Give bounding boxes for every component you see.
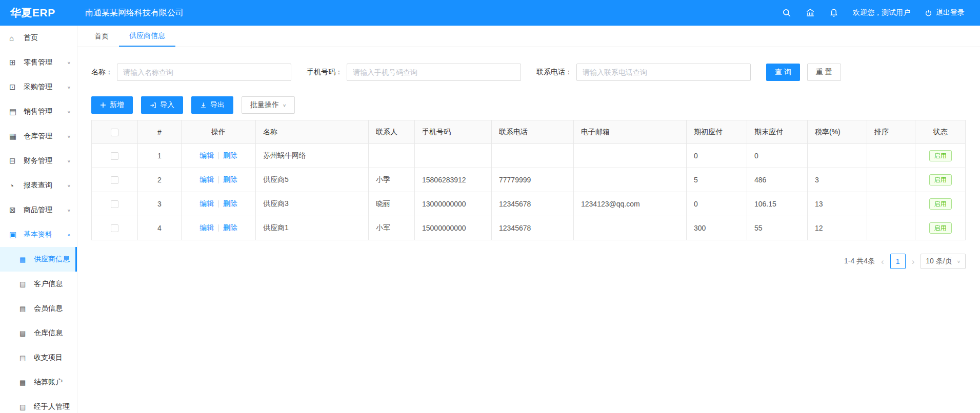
telephone-label: 联系电话： <box>536 68 572 77</box>
sidebar-item-home[interactable]: ⌂ 首页 <box>0 26 77 50</box>
column-header-opening-payable: 期初应付 <box>687 120 747 144</box>
row-checkbox[interactable] <box>111 200 118 208</box>
delete-link[interactable]: 删除 <box>223 151 237 159</box>
tab-bar: 首页 供应商信息 <box>77 26 980 47</box>
sidebar-item-basic-data[interactable]: ▣ 基本资料 ∧ <box>0 222 77 247</box>
home-icon: ⌂ <box>9 34 19 43</box>
supplier-name: 供应商1 <box>256 216 369 240</box>
company-building-icon[interactable] <box>806 8 815 17</box>
document-icon: ▤ <box>19 256 29 263</box>
opening-payable: 0 <box>687 192 747 216</box>
app-header: 华夏ERP 南通某某网络科技有限公司 欢迎您，测试用户 退出登录 <box>0 0 980 26</box>
sidebar-item-member-info[interactable]: ▤ 会员信息 <box>0 296 77 321</box>
status-badge[interactable]: 启用 <box>929 222 952 234</box>
export-button[interactable]: 导出 <box>191 96 233 114</box>
filter-name: 名称： <box>91 64 291 81</box>
table-row: 2 编辑|删除 供应商5 小季 15806283912 77779999 5 4… <box>92 168 966 192</box>
content: 名称： 手机号码： 联系电话： 查 询 重 置 新增 <box>77 64 980 269</box>
add-label: 新增 <box>110 100 124 110</box>
page-size-select[interactable]: 10 条/页 ∨ <box>921 254 966 269</box>
edit-link[interactable]: 编辑 <box>199 175 214 183</box>
sidebar-item-customer-info[interactable]: ▤ 客户信息 <box>0 272 77 296</box>
row-index: 2 <box>138 168 182 192</box>
delete-link[interactable]: 删除 <box>223 223 237 232</box>
select-all-checkbox[interactable] <box>111 129 118 136</box>
edit-link[interactable]: 编辑 <box>199 223 214 232</box>
sidebar-item-warehouse-info[interactable]: ▤ 仓库信息 <box>0 321 77 345</box>
telephone: 12345678 <box>492 192 574 216</box>
export-icon <box>200 102 207 109</box>
current-page-button[interactable]: 1 <box>890 254 906 269</box>
search-button[interactable]: 查 询 <box>766 64 800 81</box>
pagination-total: 1-4 共4条 <box>844 257 875 266</box>
sidebar-item-income-expense[interactable]: ▤ 收支项目 <box>0 345 77 370</box>
basic-data-icon: ▣ <box>9 230 19 239</box>
import-label: 导入 <box>160 100 174 110</box>
sidebar-item-handler-management[interactable]: ▤ 经手人管理 <box>0 395 77 413</box>
import-button[interactable]: 导入 <box>141 96 183 114</box>
email <box>574 144 687 168</box>
sort-value <box>867 168 915 192</box>
document-icon: ▤ <box>19 403 29 411</box>
batch-operation-dropdown[interactable]: 批量操作 ∨ <box>242 96 295 114</box>
add-button[interactable]: 新增 <box>91 96 133 114</box>
main-area: 首页 供应商信息 名称： 手机号码： 联系电话： 查 询 重 置 <box>77 26 980 413</box>
sidebar-item-warehouse[interactable]: ▦ 仓库管理 ∨ <box>0 124 77 149</box>
telephone-input[interactable] <box>576 64 751 81</box>
welcome-text: 欢迎您，测试用户 <box>853 8 910 17</box>
sidebar-item-report[interactable]: ◔ 报表查询 ∨ <box>0 173 77 198</box>
closing-payable: 55 <box>747 216 808 240</box>
sidebar-item-purchase[interactable]: ⊡ 采购管理 ∨ <box>0 75 77 99</box>
row-checkbox[interactable] <box>111 152 118 160</box>
logout-button[interactable]: 退出登录 <box>925 8 965 17</box>
header-actions: 欢迎您，测试用户 退出登录 <box>782 8 980 17</box>
row-checkbox[interactable] <box>111 176 118 184</box>
contact-person: 晓丽 <box>369 192 415 216</box>
mobile-number: 15000000000 <box>415 216 492 240</box>
status-badge[interactable]: 启用 <box>929 150 952 161</box>
status-badge[interactable]: 启用 <box>929 198 952 210</box>
prev-page-icon[interactable]: ‹ <box>880 257 885 266</box>
telephone: 77779999 <box>492 168 574 192</box>
sidebar: ⌂ 首页 ⊞ 零售管理 ∨ ⊡ 采购管理 ∨ ▤ 销售管理 ∨ ▦ 仓库管理 ∨… <box>0 26 77 413</box>
name-input[interactable] <box>117 64 291 81</box>
sidebar-item-retail[interactable]: ⊞ 零售管理 ∨ <box>0 50 77 75</box>
column-header-email: 电子邮箱 <box>574 120 687 144</box>
table-header-row: # 操作 名称 联系人 手机号码 联系电话 电子邮箱 期初应付 期末应付 税率(… <box>92 120 966 144</box>
document-icon: ▤ <box>19 305 29 313</box>
email: 1234123@qq.com <box>574 192 687 216</box>
name-label: 名称： <box>91 68 113 77</box>
sidebar-item-finance[interactable]: ⊟ 财务管理 ∨ <box>0 149 77 173</box>
warehouse-icon: ▦ <box>9 132 19 141</box>
pagination: 1-4 共4条 ‹ 1 › 10 条/页 ∨ <box>91 254 966 269</box>
reset-button[interactable]: 重 置 <box>807 64 841 81</box>
sidebar-item-label: 财务管理 <box>24 156 67 166</box>
tab-supplier-info[interactable]: 供应商信息 <box>119 26 175 47</box>
delete-link[interactable]: 删除 <box>223 199 237 208</box>
chevron-down-icon: ∨ <box>67 110 71 114</box>
delete-link[interactable]: 删除 <box>223 175 237 183</box>
tab-home[interactable]: 首页 <box>84 26 119 47</box>
edit-link[interactable]: 编辑 <box>199 199 214 208</box>
search-icon[interactable] <box>782 8 791 17</box>
sidebar-item-sales[interactable]: ▤ 销售管理 ∨ <box>0 99 77 124</box>
sidebar-item-goods[interactable]: ⊠ 商品管理 ∨ <box>0 198 77 222</box>
column-header-closing-payable: 期末应付 <box>747 120 808 144</box>
table-row: 3 编辑|删除 供应商3 晓丽 13000000000 12345678 123… <box>92 192 966 216</box>
goods-icon: ⊠ <box>9 205 19 215</box>
sidebar-item-label: 仓库信息 <box>34 328 71 338</box>
sidebar-item-label: 经手人管理 <box>34 402 71 411</box>
next-page-icon[interactable]: › <box>911 257 916 266</box>
sidebar-item-settlement-account[interactable]: ▤ 结算账户 <box>0 370 77 395</box>
row-checkbox[interactable] <box>111 224 118 232</box>
mobile-input[interactable] <box>347 64 521 81</box>
chevron-down-icon: ∨ <box>67 183 71 188</box>
supplier-name: 苏州蜗牛网络 <box>256 144 369 168</box>
edit-link[interactable]: 编辑 <box>199 151 214 159</box>
tax-rate: 12 <box>808 216 867 240</box>
opening-payable: 0 <box>687 144 747 168</box>
bell-icon[interactable] <box>829 8 838 17</box>
sidebar-item-supplier-info[interactable]: ▤ 供应商信息 <box>0 247 77 272</box>
status-badge[interactable]: 启用 <box>929 174 952 185</box>
company-name: 南通某某网络科技有限公司 <box>85 8 184 18</box>
